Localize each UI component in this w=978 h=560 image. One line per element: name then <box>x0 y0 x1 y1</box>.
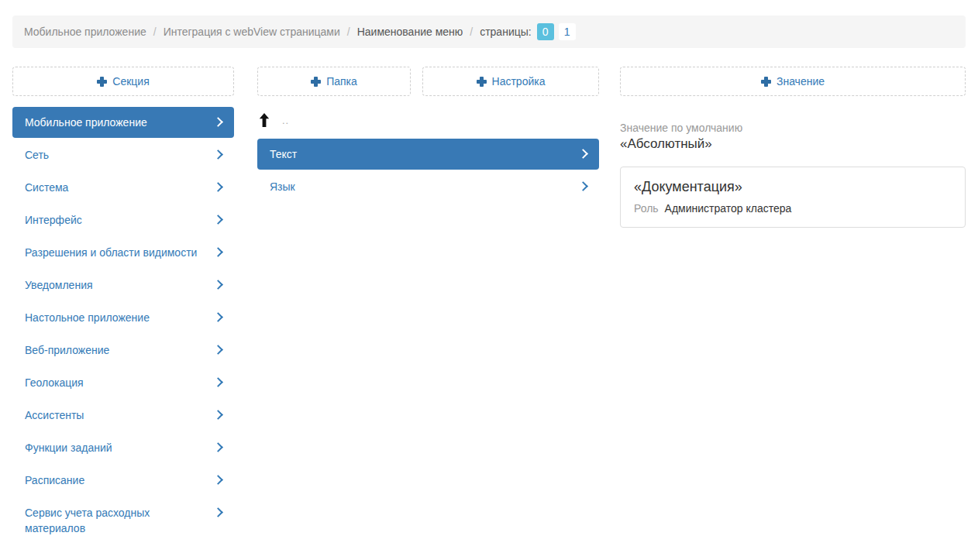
plus-icon <box>761 77 771 87</box>
chevron-right-icon <box>213 377 223 387</box>
breadcrumb: Мобильное приложение / Интеграция с webV… <box>12 15 966 48</box>
add-section-button[interactable]: Секция <box>12 67 234 96</box>
pages-label: страницы: <box>480 26 532 38</box>
section-item-geolocation[interactable]: Геолокация <box>12 367 234 398</box>
section-item-network[interactable]: Сеть <box>12 139 234 170</box>
tree-buttons-row: Папка Настройка <box>257 67 599 96</box>
add-section-label: Секция <box>112 75 149 88</box>
chevron-right-icon <box>213 280 223 290</box>
breadcrumb-current-item[interactable]: Наименование меню <box>357 26 463 38</box>
value-card-role-row: Роль Администратор кластера <box>634 202 952 215</box>
add-folder-label: Папка <box>326 75 357 88</box>
role-label: Роль <box>634 202 659 215</box>
section-item-label: Настольное приложение <box>25 310 215 325</box>
chevron-right-icon <box>213 475 223 485</box>
add-setting-label: Настройка <box>492 75 546 88</box>
chevron-right-icon <box>213 345 223 355</box>
breadcrumb-link-webview-integration[interactable]: Интеграция с webView страницами <box>164 26 340 38</box>
chevron-right-icon <box>213 442 223 452</box>
chevron-right-icon <box>213 247 223 257</box>
tree-list: Текст Язык <box>257 139 599 202</box>
section-item-label: Расписание <box>25 472 215 488</box>
section-item-web-app[interactable]: Веб-приложение <box>12 335 234 366</box>
tree-item-text[interactable]: Текст <box>257 139 599 170</box>
plus-icon <box>97 77 107 87</box>
section-item-label: Уведомления <box>25 277 215 293</box>
chevron-right-icon <box>213 182 223 192</box>
section-item-label: Интерфейс <box>25 212 215 228</box>
section-item-label: Система <box>25 180 215 195</box>
section-item-label: Ассистенты <box>25 407 215 423</box>
tree-up-row: .. <box>259 111 599 129</box>
section-item-label: Геолокация <box>25 375 215 390</box>
breadcrumb-separator: / <box>347 26 350 38</box>
section-item-label: Веб-приложение <box>25 342 215 358</box>
section-item-label: Разрешения и области видимости <box>25 245 215 260</box>
plus-icon <box>311 77 321 87</box>
section-item-notifications[interactable]: Уведомления <box>12 270 234 301</box>
page-badge-1[interactable]: 1 <box>559 23 576 40</box>
chevron-right-icon <box>578 149 588 159</box>
default-value-caption: Значение по умолчанию <box>620 122 966 134</box>
section-item-desktop-app[interactable]: Настольное приложение <box>12 302 234 333</box>
add-value-button[interactable]: Значение <box>620 67 966 96</box>
section-item-system[interactable]: Система <box>12 172 234 203</box>
section-item-schedule[interactable]: Расписание <box>12 465 234 496</box>
section-item-label: Функции заданий <box>25 440 215 455</box>
chevron-right-icon <box>213 507 223 517</box>
role-value: Администратор кластера <box>665 202 792 215</box>
tree-item-label: Текст <box>270 146 580 162</box>
section-item-label: Сеть <box>25 147 215 163</box>
tree-item-label: Язык <box>270 179 580 194</box>
add-value-label: Значение <box>777 75 825 88</box>
up-level-label[interactable]: .. <box>282 115 289 126</box>
breadcrumb-separator: / <box>153 26 157 38</box>
chevron-right-icon <box>213 117 223 127</box>
value-card-title: «Документация» <box>634 179 952 195</box>
value-card[interactable]: «Документация» Роль Администратор класте… <box>620 167 966 228</box>
section-item-label: Сервис учета расходных материалов <box>25 505 215 536</box>
chevron-right-icon <box>213 312 223 322</box>
section-item-assistants[interactable]: Ассистенты <box>12 400 234 431</box>
add-folder-button[interactable]: Папка <box>257 67 411 96</box>
chevron-right-icon <box>213 410 223 420</box>
section-item-task-functions[interactable]: Функции заданий <box>12 432 234 463</box>
main-content: Секция Мобильное приложение Сеть Система… <box>0 67 978 545</box>
chevron-right-icon <box>213 149 223 160</box>
sections-column: Секция Мобильное приложение Сеть Система… <box>12 67 234 545</box>
plus-icon <box>477 77 487 87</box>
section-item-label: Мобильное приложение <box>25 115 215 130</box>
tree-column: Папка Настройка .. Текст Язык <box>257 67 599 545</box>
page-badge-0[interactable]: 0 <box>537 23 554 40</box>
chevron-right-icon <box>578 181 588 191</box>
add-setting-button[interactable]: Настройка <box>422 67 599 96</box>
breadcrumb-link-mobile-app[interactable]: Мобильное приложение <box>24 26 146 38</box>
section-item-consumables-service[interactable]: Сервис учета расходных материалов <box>12 497 234 544</box>
section-item-permissions[interactable]: Разрешения и области видимости <box>12 237 234 268</box>
section-item-interface[interactable]: Интерфейс <box>12 204 234 235</box>
up-arrow-icon[interactable] <box>259 113 270 128</box>
values-column: Значение Значение по умолчанию «Абсолютн… <box>620 67 966 545</box>
section-item-mobile-app[interactable]: Мобильное приложение <box>12 107 234 138</box>
breadcrumb-separator: / <box>470 26 473 38</box>
tree-item-language[interactable]: Язык <box>257 171 599 202</box>
default-value-text: «Абсолютный» <box>620 136 966 152</box>
chevron-right-icon <box>213 215 223 225</box>
sections-list: Мобильное приложение Сеть Система Интерф… <box>12 107 234 544</box>
